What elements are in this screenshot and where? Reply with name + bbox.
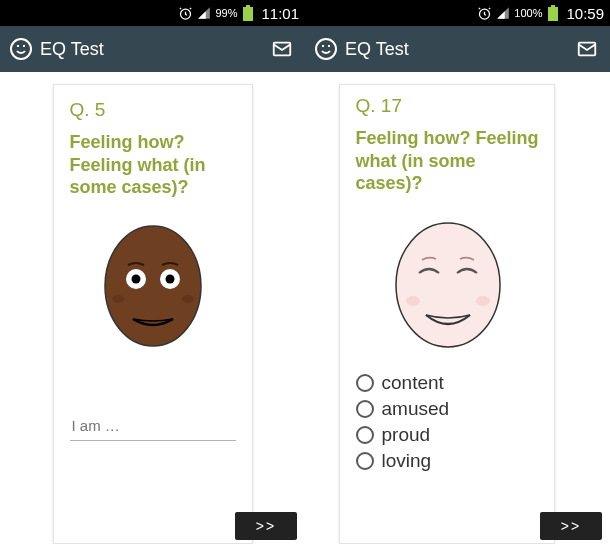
svg-point-12	[112, 295, 124, 303]
option-amused[interactable]: amused	[356, 396, 540, 422]
radio-icon	[356, 452, 374, 470]
svg-rect-1	[246, 5, 250, 7]
signal-icon	[197, 6, 211, 20]
question-card: Q. 17 Feeling how? Feeling what (in some…	[339, 84, 555, 544]
app-title: EQ Test	[40, 39, 269, 60]
svg-point-9	[131, 274, 140, 283]
battery-icon	[548, 5, 558, 21]
option-label: loving	[382, 450, 432, 472]
alarm-icon	[477, 6, 492, 21]
option-label: content	[382, 372, 444, 394]
app-logo-icon	[313, 36, 339, 62]
radio-icon	[356, 400, 374, 418]
alarm-icon	[178, 6, 193, 21]
signal-icon	[496, 6, 510, 20]
app-bar: EQ Test	[0, 26, 305, 72]
option-proud[interactable]: proud	[356, 422, 540, 448]
next-button[interactable]: >>	[540, 512, 602, 540]
app-bar: EQ Test	[305, 26, 610, 72]
option-content[interactable]: content	[356, 370, 540, 396]
svg-point-13	[182, 295, 194, 303]
svg-point-7	[105, 226, 201, 346]
radio-icon	[356, 374, 374, 392]
phone-left: 99% 11:01 EQ Test Q. 5 Feeling how? Feel…	[0, 0, 305, 544]
radio-icon	[356, 426, 374, 444]
svg-rect-15	[551, 5, 555, 7]
svg-rect-16	[548, 7, 558, 21]
question-card: Q. 5 Feeling how? Feeling what (in some …	[53, 84, 253, 544]
status-time: 10:59	[566, 5, 604, 22]
status-time: 11:01	[261, 5, 299, 22]
svg-rect-2	[243, 7, 253, 21]
svg-point-21	[396, 223, 500, 347]
question-text: Feeling how? Feeling what (in some cases…	[70, 131, 236, 199]
battery-icon	[243, 5, 253, 21]
phone-right: 100% 10:59 EQ Test Q. 17 Feeling how? Fe…	[305, 0, 610, 544]
next-button[interactable]: >>	[235, 512, 297, 540]
svg-point-17	[316, 39, 336, 59]
svg-point-3	[11, 39, 31, 59]
battery-percent: 100%	[514, 7, 542, 19]
svg-point-22	[406, 296, 420, 306]
question-number: Q. 17	[356, 95, 540, 117]
face-illustration	[70, 221, 236, 351]
options-list: content amused proud loving	[356, 370, 540, 474]
status-bar: 99% 11:01	[0, 0, 305, 26]
app-logo-icon	[8, 36, 34, 62]
option-label: proud	[382, 424, 431, 446]
app-title: EQ Test	[345, 39, 574, 60]
option-label: amused	[382, 398, 450, 420]
content-area: Q. 5 Feeling how? Feeling what (in some …	[0, 72, 305, 544]
battery-percent: 99%	[215, 7, 237, 19]
mail-icon[interactable]	[574, 36, 600, 62]
status-bar: 100% 10:59	[305, 0, 610, 26]
question-number: Q. 5	[70, 99, 236, 121]
mail-icon[interactable]	[269, 36, 295, 62]
option-loving[interactable]: loving	[356, 448, 540, 474]
answer-input[interactable]	[70, 411, 236, 441]
face-illustration	[356, 217, 540, 352]
content-area: Q. 17 Feeling how? Feeling what (in some…	[305, 72, 610, 544]
question-text: Feeling how? Feeling what (in some cases…	[356, 127, 540, 195]
svg-point-11	[165, 274, 174, 283]
svg-point-23	[476, 296, 490, 306]
